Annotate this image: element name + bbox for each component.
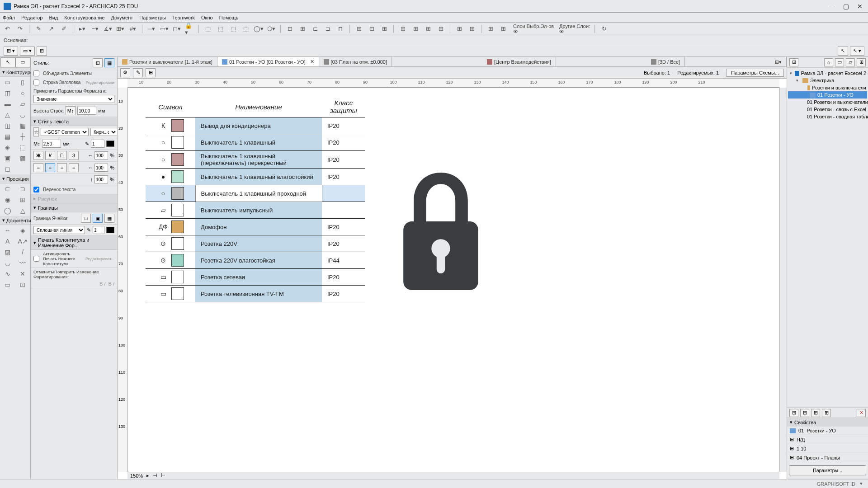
cursor-dd[interactable]: ↖ ▾	[850, 47, 864, 56]
name-cell[interactable]: Розетка сетевая	[195, 269, 322, 286]
polyline-tool[interactable]: 〰	[15, 258, 31, 268]
combine-checkbox[interactable]	[33, 70, 39, 76]
zone-tool[interactable]: ▣	[0, 153, 15, 164]
props-icon-2[interactable]: ⊞	[800, 409, 809, 417]
table-row[interactable]: ○Выключатель 1 клавишныйIP20	[146, 134, 365, 151]
menu-teamwork[interactable]: Teamwork	[172, 15, 195, 20]
lock-dd[interactable]: 🔒▾	[185, 24, 194, 33]
morph-tool[interactable]: ◈	[0, 142, 15, 153]
tool-f[interactable]: ⬡▾	[267, 24, 276, 33]
curtain-tool[interactable]: ▦	[15, 120, 31, 131]
italic-button[interactable]: К	[45, 151, 55, 160]
window-tool[interactable]: ◫	[0, 88, 15, 99]
underline-button[interactable]: П	[57, 151, 67, 160]
nav-ext-icon[interactable]: ⊞	[789, 58, 798, 66]
linetype-select[interactable]: Сплошная линия	[33, 226, 85, 234]
beam-tool[interactable]: ▬	[0, 99, 15, 109]
params-button[interactable]: Параметры...	[789, 465, 866, 475]
shell-tool[interactable]: ◡	[15, 109, 31, 120]
zoom-control-2[interactable]: ⊣	[153, 473, 157, 479]
align-left[interactable]: ≡	[33, 163, 43, 172]
slab-tool[interactable]: ▱	[15, 99, 31, 109]
menu-document[interactable]: Документ	[111, 15, 133, 20]
close-icon[interactable]: ✕	[310, 59, 314, 65]
shape-dd[interactable]: ◻▾	[172, 24, 181, 33]
redo-button[interactable]: ↷	[15, 24, 24, 33]
table-row[interactable]: ▭Розетка телевизионная TV-FMIP20	[146, 286, 365, 302]
tool-m[interactable]: ⊡	[367, 24, 376, 33]
section-dokument[interactable]: ▾Документир	[0, 216, 30, 225]
tool-j[interactable]: ⊐	[323, 24, 332, 33]
line-dd[interactable]: ─▾	[147, 24, 156, 33]
tool-i[interactable]: ⊏	[311, 24, 320, 33]
figure-tool[interactable]: ▭	[0, 279, 15, 290]
zoom-control-1[interactable]: ▸	[146, 473, 149, 479]
nav-view-icon[interactable]: ▭	[835, 58, 844, 66]
eye-icon[interactable]: 👁	[559, 29, 590, 34]
textstyle-header[interactable]: ▾Стиль Текста	[31, 117, 117, 126]
dim-tool[interactable]: ↔	[0, 225, 15, 236]
dash-dd[interactable]: ┄▾	[90, 24, 99, 33]
table-row[interactable]: КВывод для кондиционераIP20	[146, 117, 365, 134]
arc-tool[interactable]: ◡	[0, 258, 15, 268]
border-outer[interactable]: ▣	[93, 214, 103, 223]
level-tool[interactable]: ◈	[15, 225, 31, 236]
drawing-header[interactable]: ▸Рисунок	[31, 194, 117, 203]
border-all[interactable]: ▦	[104, 214, 114, 223]
props-close-icon[interactable]: ✕	[857, 409, 866, 417]
nav-folder[interactable]: ▾Электрика	[788, 77, 867, 84]
change-tool[interactable]: △	[15, 205, 31, 216]
column-tool[interactable]: ○	[15, 88, 31, 99]
footer-edit-link[interactable]: Редактироват...	[85, 257, 114, 261]
tool-v[interactable]: ⊞	[499, 24, 508, 33]
table-row[interactable]: ●Выключатель 1 клавишный влагостойкийIP2…	[146, 169, 365, 185]
redo-format[interactable]: B /	[108, 281, 114, 286]
ie-tool[interactable]: ◉	[0, 194, 15, 205]
w1-input[interactable]	[94, 151, 108, 160]
props-header[interactable]: ▾Свойства	[787, 418, 868, 427]
name-cell[interactable]: Выключатель 1 клавишный (переключатель) …	[195, 151, 322, 169]
nav-item-4[interactable]: 01 Розетки - сводная таблица	[788, 113, 867, 120]
detail-tool[interactable]: ◯	[0, 205, 15, 216]
name-cell[interactable]: Розетка телевизионная TV-FM	[195, 286, 322, 302]
ctrl-btn-2[interactable]: ▭ ▾	[20, 47, 35, 56]
zoom-control-3[interactable]: ⊢	[161, 473, 165, 479]
size-input[interactable]	[42, 140, 61, 148]
wall-tool[interactable]: ▭	[0, 77, 15, 88]
footer-checkbox[interactable]	[33, 256, 39, 262]
rect-dd[interactable]: ▭▾	[160, 24, 169, 33]
menu-view[interactable]: Вид	[49, 15, 58, 20]
tabs-menu[interactable]: ⊞▾	[770, 57, 787, 66]
tab-4[interactable]: [Центр Взаимодействия]	[482, 57, 556, 66]
undo-button[interactable]: ↶	[3, 24, 12, 33]
table-row[interactable]: ▱Выключатель импульсный	[146, 202, 365, 219]
railing-tool[interactable]: ┼	[15, 131, 31, 142]
nav-project-icon[interactable]: ⌂	[824, 58, 833, 66]
spline-tool[interactable]: ∿	[0, 268, 15, 279]
props-icon-4[interactable]: ⊞	[822, 409, 831, 417]
tab-3[interactable]: [03 План на отм. ±0.000]	[319, 57, 392, 66]
table-row[interactable]: ⊙Розетка 220V влагостойкаяIP44	[146, 252, 365, 269]
nav-layout-icon[interactable]: ▱	[846, 58, 855, 66]
nav-item-2[interactable]: 01 Розетки и выключатели	[788, 99, 867, 106]
minimize-button[interactable]: —	[829, 3, 835, 10]
tool-s[interactable]: ⊞	[455, 24, 464, 33]
tool-a[interactable]: ⬚	[203, 24, 212, 33]
edit-link[interactable]: Редактировани	[85, 80, 114, 85]
name-cell[interactable]: Выключатель 1 клавишный	[195, 134, 322, 151]
rowheight-icon[interactable]: M↕	[66, 106, 75, 115]
w2-input[interactable]	[94, 164, 108, 172]
tool-r[interactable]: ⊞	[436, 24, 445, 33]
tool-u[interactable]: ⊞	[486, 24, 495, 33]
menu-help[interactable]: Помощь	[219, 15, 239, 20]
bold-button[interactable]: Ж	[33, 151, 43, 160]
name-cell[interactable]: Розетка 220V	[195, 235, 322, 252]
maximize-button[interactable]: ▢	[843, 3, 849, 10]
name-cell[interactable]: Выключатель 1 клавишный проходной	[195, 185, 322, 202]
border-none[interactable]: □	[81, 214, 91, 223]
footer-header[interactable]: ▾Печать Колонтитула и Изменение Фор...	[31, 236, 117, 250]
table-row[interactable]: ○Выключатель 1 клавишный проходной	[146, 185, 365, 202]
apply-select[interactable]: Значение	[33, 95, 114, 103]
section-tool[interactable]: ⊏	[0, 183, 15, 194]
menu-design[interactable]: Конструирование	[64, 15, 104, 20]
